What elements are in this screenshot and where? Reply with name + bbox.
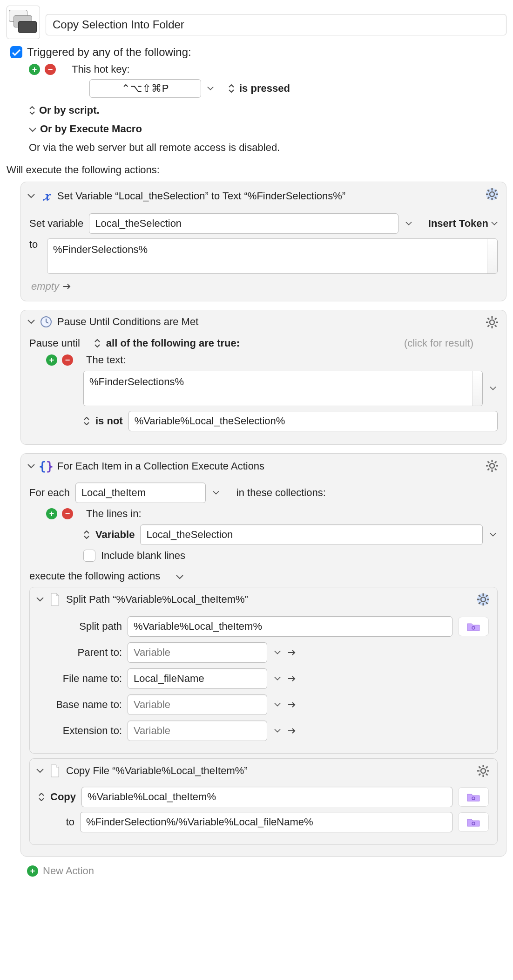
- parent-variable-menu[interactable]: [273, 646, 282, 660]
- disclose-toggle[interactable]: [27, 463, 35, 470]
- action-set-variable: 𝑥 Set Variable “Local_theSelection” to T…: [20, 182, 506, 301]
- hotkey-menu-button[interactable]: [206, 82, 215, 95]
- collection-variable-menu[interactable]: [488, 528, 498, 542]
- macro-title-input[interactable]: [46, 14, 506, 35]
- parent-to-label: Parent to:: [38, 647, 122, 659]
- hotkey-field[interactable]: ⌃⌥⇧⌘P: [89, 79, 201, 98]
- basename-to-label: Base name to:: [38, 699, 122, 711]
- new-action-button[interactable]: +: [27, 865, 38, 877]
- action-copy-file: Copy File “%Variable%Local_theItem%” Cop…: [29, 758, 498, 845]
- action-for-each: {} For Each Item in a Collection Execute…: [20, 453, 506, 857]
- remove-condition-button[interactable]: −: [62, 354, 73, 366]
- add-collection-button[interactable]: +: [46, 508, 57, 519]
- action-gear-button[interactable]: [485, 187, 500, 202]
- variable-x-icon: 𝑥: [40, 188, 53, 204]
- for-each-variable-input[interactable]: [75, 483, 206, 503]
- remove-collection-button[interactable]: −: [62, 508, 73, 519]
- execute-following-label: execute the following actions: [29, 570, 160, 582]
- variable-picker-button[interactable]: [404, 217, 413, 231]
- insert-token-label: Insert Token: [428, 218, 488, 230]
- disclose-toggle[interactable]: [27, 192, 35, 200]
- to-text-field[interactable]: %FinderSelections%: [47, 238, 498, 274]
- result-arrow-icon: [63, 280, 71, 293]
- the-text-label: The text:: [86, 354, 126, 366]
- click-for-result[interactable]: (click for result): [404, 337, 473, 349]
- is-pressed-selector[interactable]: [228, 84, 235, 93]
- to-label: to: [29, 238, 41, 251]
- set-variable-label: Set variable: [29, 218, 83, 230]
- collection-variable-input[interactable]: [140, 524, 483, 545]
- result-arrow-icon: [288, 699, 296, 711]
- or-by-script-label: Or by script.: [39, 104, 100, 116]
- will-execute-heading: Will execute the following actions:: [7, 164, 506, 176]
- comparator-selector[interactable]: [83, 417, 90, 425]
- basename-variable-input[interactable]: [128, 694, 267, 715]
- match-mode-selector[interactable]: [94, 339, 101, 347]
- web-server-note: Or via the web server but all remote acc…: [29, 142, 506, 154]
- new-action-label: New Action: [43, 865, 94, 877]
- condition-text-menu[interactable]: [488, 381, 498, 395]
- choose-folder-button[interactable]: [458, 787, 489, 807]
- add-trigger-button[interactable]: +: [29, 64, 40, 75]
- action-gear-button[interactable]: [476, 592, 491, 607]
- or-by-execute-macro-label: Or by Execute Macro: [40, 123, 142, 135]
- copy-mode-selector[interactable]: [38, 793, 45, 801]
- include-blank-label: Include blank lines: [101, 550, 185, 562]
- action-gear-button[interactable]: [476, 763, 491, 778]
- split-path-input[interactable]: [128, 616, 452, 637]
- script-trigger-selector[interactable]: [29, 106, 35, 115]
- filename-variable-menu[interactable]: [273, 672, 282, 686]
- hotkey-value: ⌃⌥⇧⌘P: [122, 82, 169, 95]
- triggers-label: Triggered by any of the following:: [27, 46, 191, 59]
- parent-variable-input[interactable]: [128, 642, 267, 663]
- result-arrow-icon: [288, 725, 296, 737]
- lines-in-label: The lines in:: [86, 508, 142, 520]
- scroll-handle[interactable]: [472, 371, 482, 406]
- for-each-variable-menu[interactable]: [211, 486, 221, 500]
- filename-to-label: File name to:: [38, 673, 122, 685]
- choose-folder-button[interactable]: [458, 617, 489, 636]
- basename-variable-menu[interactable]: [273, 698, 282, 712]
- macro-icon[interactable]: [7, 6, 40, 39]
- disclose-toggle[interactable]: [36, 767, 44, 775]
- set-variable-name-input[interactable]: [89, 213, 398, 234]
- empty-hint: empty: [31, 280, 59, 293]
- collection-type-selector[interactable]: [83, 531, 90, 539]
- condition-text-field[interactable]: %FinderSelections%: [83, 371, 483, 406]
- to-text-value: %FinderSelections%: [53, 244, 148, 256]
- extension-variable-menu[interactable]: [273, 724, 282, 738]
- execute-macro-disclose[interactable]: [29, 123, 36, 135]
- hotkey-label: This hot key:: [72, 63, 130, 75]
- condition-text-value: %FinderSelections%: [89, 376, 184, 388]
- remove-trigger-button[interactable]: −: [45, 64, 56, 75]
- copy-dest-input[interactable]: [80, 812, 452, 832]
- triggers-enabled-checkbox[interactable]: [10, 46, 22, 58]
- action-title: Set Variable “Local_theSelection” to Tex…: [57, 190, 345, 202]
- filename-variable-input[interactable]: [128, 668, 267, 689]
- disclose-toggle[interactable]: [36, 596, 44, 603]
- compare-value-input[interactable]: [128, 411, 498, 431]
- copy-source-input[interactable]: [81, 787, 452, 807]
- for-each-label: For each: [29, 487, 70, 499]
- is-not-label: is not: [95, 415, 123, 427]
- choose-folder-button[interactable]: [458, 812, 489, 832]
- add-condition-button[interactable]: +: [46, 354, 57, 366]
- scroll-handle[interactable]: [487, 239, 497, 273]
- include-blank-checkbox[interactable]: [83, 550, 95, 562]
- all-true-label: all of the following are true:: [106, 337, 240, 349]
- in-these-label: in these collections:: [236, 487, 326, 499]
- insert-token-button[interactable]: Insert Token: [428, 218, 498, 230]
- split-path-label: Split path: [38, 620, 122, 633]
- braces-icon: {}: [40, 459, 53, 473]
- clock-icon: [40, 316, 53, 328]
- action-gear-button[interactable]: [485, 458, 500, 473]
- action-title: Split Path “%Variable%Local_theItem%”: [66, 593, 248, 606]
- extension-variable-input[interactable]: [128, 721, 267, 741]
- variable-popup-label: Variable: [95, 529, 135, 541]
- extension-to-label: Extension to:: [38, 725, 122, 737]
- action-split-path: Split Path “%Variable%Local_theItem%” Sp…: [29, 587, 498, 754]
- action-title: For Each Item in a Collection Execute Ac…: [57, 460, 264, 472]
- action-gear-button[interactable]: [485, 315, 500, 330]
- execute-following-menu[interactable]: [176, 570, 183, 582]
- disclose-toggle[interactable]: [27, 318, 35, 326]
